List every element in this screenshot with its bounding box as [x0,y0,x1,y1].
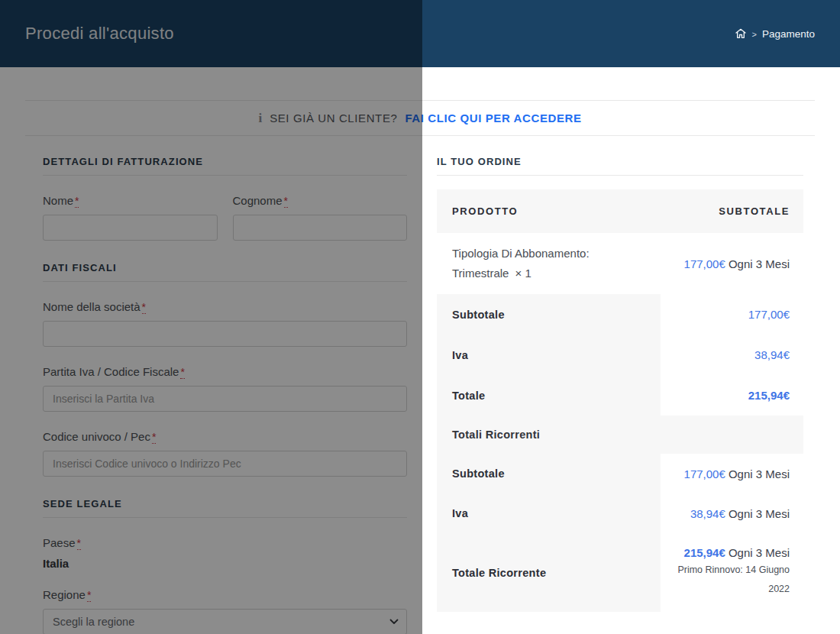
last-name-input[interactable] [233,215,408,241]
vat-number-label: Partita Iva / Codice Fiscale* [43,365,407,378]
required-asterisk: * [87,589,91,602]
vat-row: Iva 38,94€ [437,335,803,375]
required-asterisk: * [180,366,184,379]
country-label: Paese* [43,536,407,549]
page-title: Procedi all'acquisto [25,24,174,44]
total-value: 215,94€ [748,389,790,402]
subtotal-row: Subtotale 177,00€ [437,294,803,335]
order-table: PRODOTTO SUBTOTALE Tipologia Di Abboname… [437,189,803,612]
vat-value: 38,94€ [754,348,790,361]
recurring-totals-heading: Totali Ricorrenti [452,429,540,441]
order-review: IL TUO ORDINE PRODOTTO SUBTOTALE Tipolog… [437,156,803,612]
region-select[interactable]: Scegli la regione [43,609,407,634]
login-link[interactable]: FAI CLIC QUI PER ACCEDERE [405,112,581,125]
recurring-total-label: Totale Ricorrente [452,567,546,579]
order-item-amount: 177,00€ Ogni 3 Mesi [684,257,790,270]
home-icon[interactable] [735,27,747,40]
subtotal-value: 177,00€ [748,308,790,321]
order-item-name: Tipologia Di Abbonamento: Trimestrale× 1 [452,244,590,283]
divider [43,281,407,282]
breadcrumb-separator: > [752,30,757,39]
breadcrumb-current: Pagamento [762,28,815,40]
required-asterisk: * [284,195,288,208]
recurring-vat-row: Iva 38,94€ Ogni 3 Mesi [437,493,803,533]
breadcrumb: > Pagamento [735,27,816,40]
required-asterisk: * [75,195,79,208]
company-name-input[interactable] [43,321,407,347]
vat-label: Iva [452,349,468,361]
recurring-subtotal-row: Subtotale 177,00€ Ogni 3 Mesi [437,454,803,493]
notice-text: SEI GIÀ UN CLIENTE? [270,112,397,125]
total-label: Totale [452,390,485,402]
required-asterisk: * [77,537,81,550]
required-asterisk: * [142,301,146,314]
first-name-label: Nome* [43,194,218,207]
order-heading: IL TUO ORDINE [437,156,803,167]
recurring-vat-label: Iva [452,507,468,519]
pec-code-input[interactable] [43,451,407,477]
returning-customer-notice: i SEI GIÀ UN CLIENTE? FAI CLIC QUI PER A… [25,100,815,136]
page-header: Procedi all'acquisto > Pagamento [0,0,840,67]
order-item-row: Tipologia Di Abbonamento: Trimestrale× 1… [437,233,803,294]
column-subtotal: SUBTOTALE [719,205,790,217]
first-renewal-note: Primo Rinnovo: 14 Giugno 2022 [661,561,790,599]
required-asterisk: * [152,431,156,444]
recurring-totals-heading-row: Totali Ricorrenti [437,416,803,454]
region-label: Regione* [43,588,407,601]
vat-number-input[interactable] [43,386,407,412]
info-icon: i [258,111,262,126]
country-value: Italia [43,557,407,570]
content-columns: DETTAGLI DI FATTURAZIONE Nome* Cognome* … [0,156,840,634]
recurring-total-row: Totale Ricorrente 215,94€ Ogni 3 Mesi Pr… [437,533,803,612]
divider [437,175,803,176]
recurring-subtotal-label: Subtotale [452,467,505,480]
company-name-label: Nome della società* [43,300,407,313]
subtotal-label: Subtotale [452,309,505,321]
order-table-header: PRODOTTO SUBTOTALE [437,189,803,233]
first-name-input[interactable] [43,215,218,241]
section-fiscal-data: DATI FISCALI [43,262,407,273]
total-row: Totale 215,94€ [437,375,803,416]
column-product: PRODOTTO [452,205,518,217]
billing-form: DETTAGLI DI FATTURAZIONE Nome* Cognome* … [25,156,422,634]
last-name-label: Cognome* [233,194,408,207]
checkout-page: Procedi all'acquisto > Pagamento i SEI G… [0,0,840,634]
pec-code-label: Codice univoco / Pec* [43,430,407,443]
section-billing-details: DETTAGLI DI FATTURAZIONE [43,156,407,167]
section-registered-office: SEDE LEGALE [43,498,407,509]
order-item-quantity: × 1 [515,267,531,280]
divider [43,517,407,518]
